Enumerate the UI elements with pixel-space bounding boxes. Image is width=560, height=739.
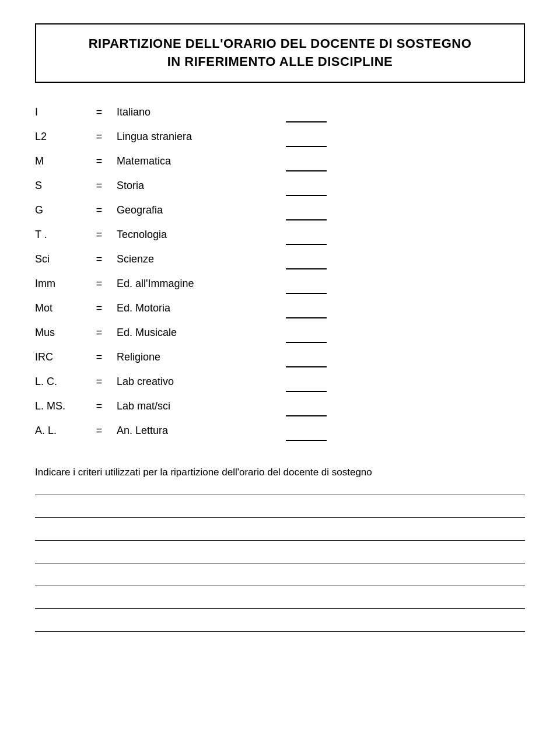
legend-input-line bbox=[286, 219, 327, 220]
legend-equals: = bbox=[82, 351, 117, 363]
legend-abbr: Mus bbox=[35, 327, 82, 339]
legend-row: Mot=Ed. Motoria bbox=[35, 302, 525, 321]
legend-equals: = bbox=[82, 400, 117, 412]
legend-name: Lab mat/sci bbox=[117, 400, 280, 412]
legend-equals: = bbox=[82, 180, 117, 192]
legend-name: Tecnologia bbox=[117, 229, 280, 241]
legend-equals: = bbox=[82, 106, 117, 118]
legend-row: Mus=Ed. Musicale bbox=[35, 327, 525, 345]
legend-row: I=Italiano bbox=[35, 106, 525, 125]
legend-name: Scienze bbox=[117, 253, 280, 265]
legend-name: Geografia bbox=[117, 204, 280, 216]
legend-equals: = bbox=[82, 302, 117, 314]
legend-equals: = bbox=[82, 229, 117, 241]
legend-abbr: S bbox=[35, 180, 82, 192]
legend-name: Lingua straniera bbox=[117, 131, 280, 143]
page-container: RIPARTIZIONE DELL'ORARIO DEL DOCENTE DI … bbox=[35, 23, 525, 632]
legend-name: Religione bbox=[117, 351, 280, 363]
legend-equals: = bbox=[82, 155, 117, 167]
legend-row: IRC=Religione bbox=[35, 351, 525, 370]
legend-equals: = bbox=[82, 376, 117, 388]
legend-table: I=ItalianoL2=Lingua stranieraM=Matematic… bbox=[35, 106, 525, 443]
legend-input-line bbox=[286, 121, 327, 122]
legend-abbr: G bbox=[35, 204, 82, 216]
legend-row: M=Matematica bbox=[35, 155, 525, 174]
legend-input-line bbox=[286, 342, 327, 343]
legend-input-line bbox=[286, 195, 327, 196]
write-line bbox=[35, 586, 525, 586]
legend-abbr: IRC bbox=[35, 351, 82, 363]
legend-row: L2=Lingua straniera bbox=[35, 131, 525, 149]
legend-input-line bbox=[286, 244, 327, 245]
legend-abbr: Imm bbox=[35, 278, 82, 290]
write-line bbox=[35, 563, 525, 563]
criteria-label: Indicare i criteri utilizzati per la rip… bbox=[35, 467, 525, 478]
legend-abbr: M bbox=[35, 155, 82, 167]
legend-name: Ed. Motoria bbox=[117, 302, 280, 314]
write-line bbox=[35, 517, 525, 518]
legend-row: S=Storia bbox=[35, 180, 525, 198]
legend-name: Ed. Musicale bbox=[117, 327, 280, 339]
legend-input-line bbox=[286, 440, 327, 441]
legend-input-line bbox=[286, 415, 327, 416]
legend-name: Ed. all'Immagine bbox=[117, 278, 280, 290]
legend-equals: = bbox=[82, 204, 117, 216]
legend-input-line bbox=[286, 146, 327, 147]
legend-name: Storia bbox=[117, 180, 280, 192]
legend-name: Italiano bbox=[117, 106, 280, 118]
legend-input-line bbox=[286, 293, 327, 294]
legend-row: G=Geografia bbox=[35, 204, 525, 223]
legend-input-line bbox=[286, 268, 327, 269]
write-line bbox=[35, 540, 525, 541]
write-line bbox=[35, 631, 525, 632]
legend-row: L. MS.=Lab mat/sci bbox=[35, 400, 525, 419]
legend-row: T .=Tecnologia bbox=[35, 229, 525, 247]
legend-input-line bbox=[286, 317, 327, 318]
legend-input-line bbox=[286, 366, 327, 367]
criteria-section: Indicare i criteri utilizzati per la rip… bbox=[35, 467, 525, 632]
legend-equals: = bbox=[82, 425, 117, 437]
legend-equals: = bbox=[82, 327, 117, 339]
page-title: RIPARTIZIONE DELL'ORARIO DEL DOCENTE DI … bbox=[54, 35, 506, 71]
legend-name: Matematica bbox=[117, 155, 280, 167]
legend-input-line bbox=[286, 391, 327, 392]
legend-abbr: L. C. bbox=[35, 376, 82, 388]
legend-name: Lab creativo bbox=[117, 376, 280, 388]
legend-abbr: L2 bbox=[35, 131, 82, 143]
write-line bbox=[35, 495, 525, 495]
legend-abbr: T . bbox=[35, 229, 82, 241]
legend-name: An. Lettura bbox=[117, 425, 280, 437]
legend-abbr: L. MS. bbox=[35, 400, 82, 412]
legend-abbr: Mot bbox=[35, 302, 82, 314]
legend-input-line bbox=[286, 170, 327, 171]
write-line bbox=[35, 608, 525, 609]
legend-abbr: I bbox=[35, 106, 82, 118]
legend-row: L. C.=Lab creativo bbox=[35, 376, 525, 394]
legend-abbr: Sci bbox=[35, 253, 82, 265]
legend-abbr: A. L. bbox=[35, 425, 82, 437]
legend-equals: = bbox=[82, 278, 117, 290]
title-box: RIPARTIZIONE DELL'ORARIO DEL DOCENTE DI … bbox=[35, 23, 525, 83]
legend-equals: = bbox=[82, 131, 117, 143]
legend-row: A. L.=An. Lettura bbox=[35, 425, 525, 443]
legend-row: Sci=Scienze bbox=[35, 253, 525, 272]
legend-row: Imm=Ed. all'Immagine bbox=[35, 278, 525, 296]
legend-equals: = bbox=[82, 253, 117, 265]
